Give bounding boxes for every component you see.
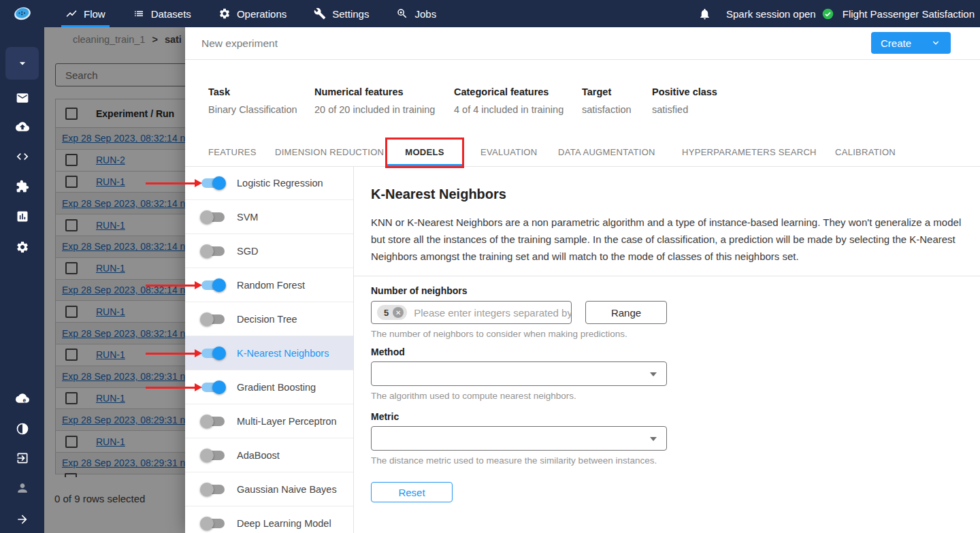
model-toggle[interactable] (201, 485, 225, 494)
model-row-gradient-boosting[interactable]: Gradient Boosting (185, 370, 353, 404)
tab-hyperparameters-search[interactable]: HYPERPARAMETERS SEARCH (682, 138, 817, 166)
modal-backdrop[interactable] (44, 27, 185, 533)
neighbors-placeholder: Please enter integers separated by (414, 307, 572, 319)
caret-down-icon (650, 437, 657, 441)
arrow-right-icon[interactable] (0, 513, 44, 526)
dataiku-logo[interactable] (0, 0, 44, 27)
model-label: K-Nearest Neighbors (237, 348, 329, 359)
model-toggle[interactable] (201, 383, 225, 392)
model-settings-title: K-Nearest Neighbors (371, 187, 506, 202)
tab-data-augmentation[interactable]: DATA AUGMENTATION (558, 138, 655, 166)
logo-icon (10, 3, 35, 24)
app-root: FlowDatasetsOperationsSettingsJobs Spark… (0, 0, 980, 533)
model-row-svm[interactable]: SVM (185, 200, 353, 234)
nav-right: Spark session open Flight Passenger Sati… (698, 7, 980, 20)
model-label: AdaBoost (237, 450, 280, 461)
check-circle-icon (822, 8, 834, 20)
model-row-logistic-regression[interactable]: Logistic Regression (185, 166, 353, 200)
inbox-icon[interactable] (0, 91, 44, 105)
model-row-deep-learning-model[interactable]: Deep Learning Model (185, 506, 353, 533)
summary-positive-class: Positive classsatisfied (652, 86, 717, 115)
cloud-e-icon[interactable]: e (0, 391, 44, 405)
model-label: Gaussian Naive Bayes (237, 484, 337, 495)
create-button-label: Create (881, 37, 911, 49)
login-icon[interactable] (0, 451, 44, 465)
nav-flow[interactable]: Flow (52, 0, 119, 27)
model-row-random-forest[interactable]: Random Forest (185, 268, 353, 302)
model-label: Decision Tree (237, 314, 297, 325)
user-icon[interactable] (0, 481, 44, 495)
metric-select[interactable] (371, 426, 667, 451)
model-row-gaussian-naive-bayes[interactable]: Gaussian Naive Bayes (185, 472, 353, 506)
model-toggle[interactable] (201, 417, 225, 426)
modal-tabs: FEATURESDIMENSION REDUCTIONMODELSEVALUAT… (185, 138, 980, 167)
model-label: SGD (237, 246, 258, 257)
neighbors-input[interactable]: 5 Please enter integers separated by (371, 301, 572, 324)
model-label: Random Forest (237, 280, 305, 291)
method-select[interactable] (371, 361, 667, 386)
summary-task: TaskBinary Classification (208, 86, 297, 115)
chip-remove-icon[interactable] (393, 307, 404, 318)
create-button[interactable]: Create (871, 32, 951, 54)
bell-icon[interactable] (698, 7, 711, 20)
experiment-summary: TaskBinary ClassificationNumerical featu… (185, 86, 980, 127)
model-toggle[interactable] (201, 349, 225, 358)
model-toggle[interactable] (201, 314, 225, 324)
spark-session-status: Spark session open (726, 8, 834, 20)
contrast-icon[interactable] (0, 422, 44, 436)
range-button[interactable]: Range (585, 301, 667, 324)
method-helper: The algorithm used to compute nearest ne… (371, 391, 576, 401)
summary-numerical-features: Numerical features20 of 20 included in t… (314, 86, 435, 115)
model-row-sgd[interactable]: SGD (185, 234, 353, 268)
nav-datasets[interactable]: Datasets (119, 0, 205, 27)
model-toggle[interactable] (201, 212, 225, 222)
model-label: Logistic Regression (237, 178, 323, 189)
reset-button[interactable]: Reset (371, 482, 453, 502)
model-list: Logistic RegressionSVMSGDRandom ForestDe… (185, 166, 354, 533)
neighbors-helper: The number of neighbors to consider when… (371, 329, 627, 339)
model-toggle[interactable] (201, 519, 225, 528)
chart-icon[interactable] (0, 210, 44, 223)
model-toggle[interactable] (201, 246, 225, 256)
model-toggle[interactable] (201, 280, 225, 290)
summary-target: Targetsatisfaction (582, 86, 632, 115)
tab-dimension-reduction[interactable]: DIMENSION REDUCTION (275, 138, 384, 166)
model-label: SVM (237, 212, 258, 223)
left-sidebar: e (0, 27, 44, 533)
model-toggle[interactable] (201, 451, 225, 460)
model-label: Deep Learning Model (237, 518, 331, 529)
cloud-upload-icon[interactable] (0, 120, 44, 133)
tab-features[interactable]: FEATURES (208, 138, 257, 166)
neighbors-chip: 5 (377, 305, 407, 320)
tab-evaluation[interactable]: EVALUATION (480, 138, 537, 166)
model-row-decision-tree[interactable]: Decision Tree (185, 302, 353, 336)
method-label: Method (371, 346, 405, 357)
chevron-down-icon (930, 37, 941, 48)
metric-label: Metric (371, 411, 399, 422)
nav-settings[interactable]: Settings (300, 0, 382, 27)
top-nav: FlowDatasetsOperationsSettingsJobs Spark… (0, 0, 980, 27)
jobs-icon (396, 7, 408, 20)
chevron-down-icon[interactable] (0, 56, 44, 70)
model-label: Gradient Boosting (237, 382, 316, 393)
tab-calibration[interactable]: CALIBRATION (835, 138, 896, 166)
gear-icon[interactable] (0, 240, 44, 254)
model-row-k-nearest-neighbors[interactable]: K-Nearest Neighbors (185, 336, 353, 370)
model-row-adaboost[interactable]: AdaBoost (185, 438, 353, 472)
project-title: Flight Passenger Satisfaction (843, 8, 975, 20)
tab-models[interactable]: MODELS (386, 138, 463, 166)
nav-jobs[interactable]: Jobs (382, 0, 450, 27)
nav-operations[interactable]: Operations (205, 0, 300, 27)
plugin-icon[interactable] (0, 180, 44, 193)
metric-helper: The distance metric used to measure the … (371, 455, 657, 466)
model-description: KNN or K-Nearest Neighbors are a non par… (371, 214, 968, 265)
neighbors-chip-value: 5 (384, 308, 389, 318)
code-icon[interactable] (0, 150, 44, 163)
main-nav: FlowDatasetsOperationsSettingsJobs (52, 0, 450, 27)
modal-header: New experiment Create (185, 27, 980, 60)
model-settings-panel: K-Nearest Neighbors KNN or K-Nearest Nei… (354, 166, 980, 533)
model-toggle[interactable] (201, 178, 225, 188)
caret-down-icon (650, 372, 657, 376)
model-row-multi-layer-perceptron[interactable]: Multi-Layer Perceptron (185, 404, 353, 438)
modal-title: New experiment (201, 27, 278, 59)
